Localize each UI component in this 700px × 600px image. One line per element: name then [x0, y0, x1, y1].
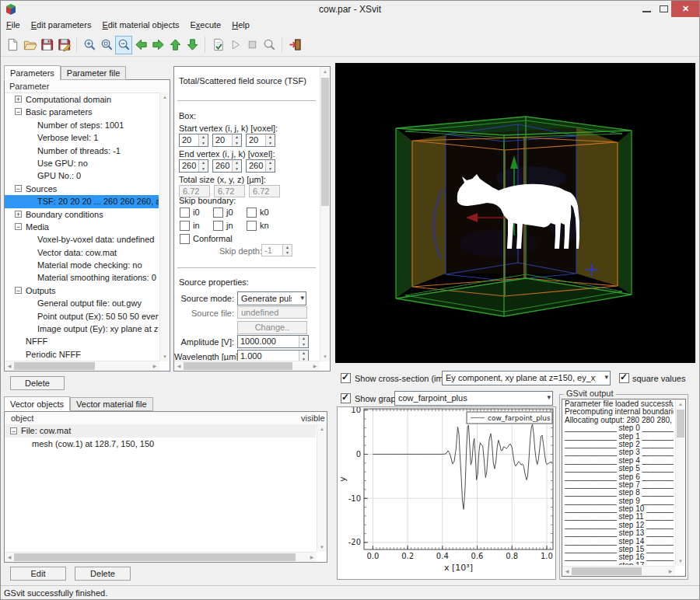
scroll-thumb[interactable] [677, 410, 684, 438]
scroll-right-icon[interactable]: ▶ [310, 361, 320, 371]
minimize-button[interactable] [637, 1, 656, 17]
source-mode-select[interactable]: Generate pulse▾ [237, 291, 306, 305]
menu-edit-parameters[interactable]: Edit parameters [26, 18, 97, 32]
tree-item[interactable]: −Outputs [5, 284, 159, 297]
skip-jn-checkbox[interactable] [213, 221, 223, 231]
tree-item[interactable]: +Boundary conditions [5, 208, 159, 221]
tree-item[interactable]: Number of steps: 1001 [5, 119, 159, 131]
go-left-button[interactable] [132, 36, 149, 54]
scroll-left-icon[interactable]: ◀ [5, 361, 14, 371]
menu-execute[interactable]: Execute [184, 18, 226, 32]
scroll-up-icon[interactable]: ▲ [317, 424, 327, 434]
quit-button[interactable] [286, 36, 303, 54]
close-button[interactable]: ✕ [671, 1, 700, 17]
tree-item[interactable]: Material mode checking: no [5, 259, 159, 271]
output-vertical-scrollbar[interactable]: ▲ ▼ [675, 399, 685, 566]
tree-item[interactable]: Periodic NFFF [5, 348, 159, 361]
go-right-button[interactable] [149, 36, 166, 54]
list-item[interactable]: mesh (cow.1) at 128.7, 150, 150 [5, 438, 316, 451]
title-bar[interactable]: cow.par - XSvit ✕ [1, 1, 699, 18]
tree-item[interactable]: TSF: 20 20 20 ... 260 260 260, angles 0 … [5, 195, 159, 208]
tree-item[interactable]: Verbose level: 1 [5, 131, 159, 144]
new-file-button[interactable] [4, 36, 21, 54]
collapse-icon[interactable]: − [10, 427, 17, 434]
start-j-spinner[interactable]: 20▲▼ [212, 134, 242, 147]
skip-j0-checkbox[interactable] [213, 208, 223, 218]
conformal-checkbox[interactable] [180, 234, 190, 244]
scroll-right-icon[interactable]: ▶ [150, 361, 159, 371]
tree-item[interactable]: Material smoothing iterations: 0 [5, 271, 159, 284]
show-cross-section-checkbox[interactable] [341, 373, 351, 383]
collapse-icon[interactable]: − [15, 223, 22, 230]
objects-column-header[interactable]: object visible [5, 412, 327, 425]
tree-item[interactable]: Voxel-by-voxel data: undefined [5, 233, 159, 246]
go-up-button[interactable] [166, 36, 184, 54]
maximize-button[interactable] [656, 1, 671, 17]
edit-object-button[interactable]: Edit [10, 567, 66, 581]
tab-parameter-file[interactable]: Parameter file [61, 66, 126, 80]
scroll-right-icon[interactable]: ▶ [666, 567, 675, 576]
tree-item[interactable]: Point output (Ex): 50 50 50 every 10 to … [5, 310, 159, 323]
tree-item[interactable]: General output file: out.gwy [5, 297, 159, 309]
tree-item[interactable]: NFFF [5, 335, 159, 347]
start-i-spinner[interactable]: 20▲▼ [179, 134, 208, 147]
save-file-as-button[interactable] [55, 36, 72, 54]
square-values-checkbox[interactable] [619, 373, 629, 383]
tab-parameters[interactable]: Parameters [4, 65, 61, 80]
collapse-icon[interactable]: − [15, 287, 22, 294]
graph-canvas[interactable]: 0.00.20.40.60.81.0100-10-20cow_farpoint_… [338, 407, 555, 579]
scroll-down-icon[interactable]: ▼ [160, 352, 170, 361]
tree-horizontal-scrollbar[interactable]: ◀ ▶ [5, 361, 159, 371]
viewport-3d[interactable] [335, 63, 695, 363]
tree-item[interactable]: −Basic parameters [5, 106, 159, 118]
scroll-thumb[interactable] [14, 362, 95, 370]
scroll-thumb[interactable] [572, 567, 642, 575]
scroll-down-icon[interactable]: ▼ [320, 352, 330, 361]
stop-computation-button[interactable] [243, 36, 261, 54]
menu-edit-material-objects[interactable]: Edit material objects [96, 18, 184, 32]
check-parameters-button[interactable] [209, 36, 226, 54]
delete-object-button[interactable]: Delete [75, 567, 131, 581]
tree-item[interactable]: +Computational domain [5, 93, 159, 106]
scroll-thumb[interactable] [321, 78, 329, 206]
zoom-out-button[interactable] [115, 36, 132, 54]
tree-item[interactable]: −Media [5, 221, 159, 233]
expand-icon[interactable]: + [15, 96, 22, 103]
scroll-down-icon[interactable]: ▼ [317, 542, 327, 552]
show-graph-checkbox[interactable] [341, 393, 351, 403]
list-item[interactable]: −File: cow.mat [5, 424, 316, 438]
output-horizontal-scrollbar[interactable]: ◀ ▶ [562, 566, 675, 576]
tab-vector-objects[interactable]: Vector objects [4, 396, 70, 411]
tab-vector-material-file[interactable]: Vector material file [70, 397, 152, 411]
skip-i0-checkbox[interactable] [180, 208, 190, 218]
end-k-spinner[interactable]: 260▲▼ [246, 159, 275, 173]
scroll-down-icon[interactable]: ▼ [676, 556, 685, 566]
run-computation-button[interactable] [226, 36, 243, 54]
scroll-up-icon[interactable]: ▲ [320, 67, 330, 76]
tsf-horizontal-scrollbar[interactable]: ◀ ▶ [174, 361, 320, 371]
tree-vertical-scrollbar[interactable]: ▲ ▼ [159, 92, 170, 361]
scroll-thumb[interactable] [14, 553, 296, 561]
scroll-left-icon[interactable]: ◀ [174, 361, 184, 371]
tree-item[interactable]: Image output (Ey): xy plane at z=150 eve… [5, 323, 159, 335]
skip-in-checkbox[interactable] [180, 221, 190, 231]
open-file-button[interactable] [21, 36, 38, 54]
save-file-button[interactable] [38, 36, 55, 54]
start-k-spinner[interactable]: 20▲▼ [246, 134, 275, 147]
graph-panel[interactable]: 0.00.20.40.60.81.0100-10-20cow_farpoint_… [337, 406, 556, 580]
go-down-button[interactable] [184, 36, 201, 54]
scroll-up-icon[interactable]: ▲ [160, 92, 170, 102]
menu-file[interactable]: File [1, 18, 26, 32]
menu-help[interactable]: Help [226, 18, 255, 32]
graph-select[interactable]: cow_farpoint_plus▾ [394, 391, 553, 406]
delete-parameter-button[interactable]: Delete [10, 376, 65, 390]
scroll-left-icon[interactable]: ◀ [562, 567, 572, 576]
zoom-in-button[interactable] [81, 36, 98, 54]
tsf-vertical-scrollbar[interactable]: ▲ ▼ [320, 67, 330, 361]
tree-column-header[interactable]: Parameter [5, 80, 170, 93]
scroll-right-icon[interactable]: ▶ [307, 553, 317, 562]
amplitude-spinner[interactable]: 1000.000▲▼ [237, 335, 309, 348]
tree-item[interactable]: Use GPU: no [5, 157, 159, 169]
watch-progress-button[interactable] [261, 36, 278, 54]
scroll-thumb[interactable] [184, 362, 292, 370]
